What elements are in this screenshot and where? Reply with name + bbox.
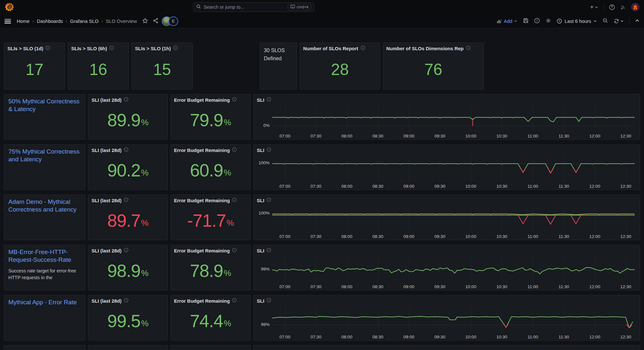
value-number: 98.9 (107, 260, 140, 281)
panel-header[interactable]: Number of SLOs Report (300, 43, 380, 52)
info-icon[interactable] (266, 97, 271, 103)
slo-name-link[interactable]: MB-Error-Free-HTTP-Request-Success-Rate (8, 248, 81, 264)
info-icon[interactable] (124, 147, 129, 153)
x-tick-label: 10:00 (466, 184, 476, 189)
panel-header[interactable]: SLIs > SLO (1d) (4, 43, 65, 52)
x-tick-label: 09:30 (434, 234, 445, 239)
search-icon (196, 4, 201, 10)
news-icon[interactable] (620, 4, 626, 10)
panel-header[interactable]: SLI (254, 245, 640, 254)
panel-header[interactable]: SLI (254, 145, 640, 153)
slo-name-link[interactable]: 50% Mythical Correctness & Latency (8, 98, 81, 113)
chart-plot[interactable]: 07:0007:3008:0008:3009:0009:3010:0010:30… (272, 156, 635, 182)
breadcrumb-item[interactable]: Home (17, 18, 30, 24)
value-number: 60.9 (190, 160, 223, 181)
chart-series (272, 317, 633, 328)
panel-header[interactable]: SLI (last 28d) (88, 245, 168, 254)
chart-plot[interactable]: 07:0007:3008:0008:3009:0009:3010:0010:30… (272, 106, 635, 132)
slo-name-link[interactable]: 75% Mythical Correctness and Latency (8, 148, 81, 164)
panel-header[interactable]: Error Budget Remaining (171, 94, 250, 103)
x-tick-label: 12:00 (589, 284, 600, 289)
panel-title: SLI (last 28d) (91, 147, 121, 153)
stat-row: SLIs > SLO (1d)17SLIs > SLO (6h)16SLIs >… (4, 43, 640, 90)
collapse-toolbar-icon[interactable] (635, 18, 639, 24)
user-avatar[interactable] (631, 3, 639, 11)
panel-header[interactable]: SLIs > SLO (6h) (68, 43, 129, 52)
chart-series (272, 164, 635, 173)
x-tick-label: 12:00 (589, 234, 600, 239)
slo-name-link[interactable]: Mythical App - Error Rate (8, 298, 81, 306)
info-icon[interactable] (232, 147, 237, 153)
info-icon[interactable] (124, 197, 129, 203)
info-icon[interactable] (109, 45, 114, 52)
time-range-picker[interactable]: Last 6 hours (557, 18, 597, 24)
panel-header[interactable]: Error Budget Remaining (171, 145, 250, 153)
info-icon[interactable] (232, 197, 237, 203)
panel-header[interactable]: SLI (254, 195, 640, 203)
info-icon[interactable] (360, 45, 365, 52)
info-icon[interactable] (173, 45, 178, 52)
chart-series (521, 168, 526, 173)
error-budget-panel: Error Budget Remaining60.9% (170, 144, 251, 190)
info-icon[interactable] (124, 248, 129, 254)
info-icon[interactable] (466, 45, 471, 52)
panel-header[interactable]: SLI (last 28d) (88, 145, 168, 153)
info-icon[interactable] (45, 45, 50, 52)
stat-panel-slis-slo-1d-: SLIs > SLO (1d)17 (4, 43, 65, 90)
panel-header[interactable]: Number of SLOs Dimensions Rep (383, 43, 484, 52)
help-icon[interactable] (609, 4, 615, 10)
panel-header[interactable]: SLI (254, 94, 640, 103)
panel-header[interactable]: SLI (last 28d) (88, 295, 168, 304)
info-icon[interactable] (266, 197, 271, 203)
info-icon[interactable] (124, 97, 129, 103)
add-panel-button[interactable]: Add (497, 18, 518, 24)
info-icon[interactable] (266, 298, 271, 304)
star-icon[interactable] (142, 18, 148, 25)
panel-header[interactable]: Error Budget Remaining (171, 245, 250, 254)
x-tick-label: 11:00 (527, 234, 538, 239)
x-tick-label: 12:00 (589, 184, 600, 189)
value-number: 74.4 (190, 311, 223, 331)
stat-value: 16 (68, 52, 129, 89)
info-icon[interactable] (266, 248, 271, 254)
menu-icon[interactable] (5, 19, 11, 24)
info-icon[interactable] (124, 298, 129, 304)
slo-name-panel: MB-Error-Free-HTTP-Request-Success-RateS… (4, 245, 85, 290)
panel-header[interactable]: SLIs > SLO (1h) (132, 43, 192, 52)
y-axis-label: 0% (257, 123, 270, 128)
value-number: 99.5 (107, 311, 140, 331)
chart-plot[interactable]: 07:0007:3008:0008:3009:0009:3010:0010:30… (272, 307, 635, 333)
info-icon[interactable] (232, 298, 237, 304)
breadcrumb-item[interactable]: Dashboards (37, 18, 63, 24)
error-budget-panel: Error Budget Remaining-71.7% (170, 194, 251, 240)
breadcrumb-item[interactable]: Grafana SLO (70, 18, 99, 24)
value-suffix: % (224, 318, 231, 328)
viewer-avatar-letter[interactable]: E (168, 16, 178, 26)
divider (603, 4, 604, 11)
x-tick-label: 07:30 (311, 184, 322, 189)
x-tick-label: 09:30 (434, 284, 445, 289)
panel-header[interactable]: Error Budget Remaining (171, 195, 250, 203)
info-icon[interactable] (266, 147, 271, 153)
panel-header[interactable]: SLI (254, 295, 640, 304)
dashboard-canvas: SLIs > SLO (1d)17SLIs > SLO (6h)16SLIs >… (0, 28, 644, 350)
share-icon[interactable] (153, 18, 159, 24)
slo-name-link[interactable]: Adam Demo - Mythical Correctness and Lat… (8, 198, 81, 214)
chart-plot[interactable]: 07:0007:3008:0008:3009:0009:3010:0010:30… (272, 256, 635, 282)
zoom-out-icon[interactable] (602, 18, 608, 24)
info-icon[interactable] (232, 97, 237, 103)
chart-plot[interactable]: 07:0007:3008:0008:3009:0009:3010:0010:30… (272, 206, 635, 232)
save-dashboard-icon[interactable] (523, 18, 529, 24)
settings-gear-icon[interactable] (545, 18, 551, 24)
panel-header[interactable]: Error Budget Remaining (171, 295, 250, 304)
global-search-input[interactable]: Search or jump to... cmd+k (193, 2, 314, 12)
dashboard-info-icon[interactable] (534, 18, 540, 24)
panel-header[interactable]: SLI (last 28d) (88, 94, 168, 103)
new-button[interactable]: + (590, 4, 598, 11)
sli-panel: SLI (last 28d)99.5% (88, 295, 168, 341)
grafana-logo[interactable] (5, 2, 14, 12)
big-value: 60.9% (171, 153, 250, 190)
panel-header[interactable]: SLI (last 28d) (88, 195, 168, 203)
info-icon[interactable] (232, 248, 237, 254)
refresh-button[interactable] (614, 18, 624, 24)
